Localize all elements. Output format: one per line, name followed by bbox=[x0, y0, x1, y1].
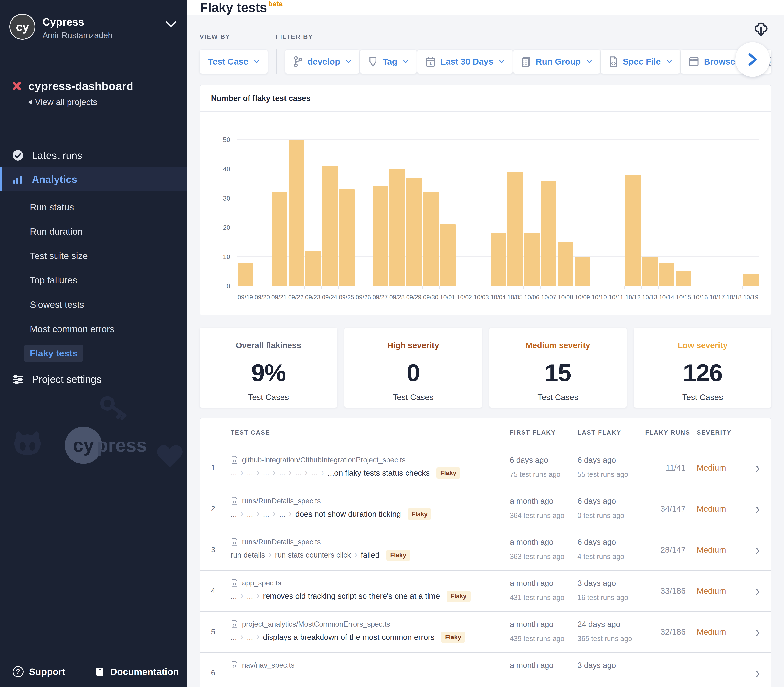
chevron-right-icon[interactable]: › bbox=[741, 546, 760, 554]
chart-bar bbox=[373, 186, 388, 286]
org-user-name: Amir Rustamzadeh bbox=[43, 31, 159, 40]
filter-branch-dropdown[interactable]: develop bbox=[285, 49, 359, 74]
download-icon[interactable] bbox=[754, 22, 768, 37]
first-flaky-time: a month ago bbox=[510, 497, 577, 506]
chevron-right-icon[interactable]: › bbox=[741, 505, 760, 513]
chart-bar bbox=[406, 178, 422, 286]
support-link[interactable]: ? Support bbox=[13, 666, 65, 677]
bar-slot bbox=[540, 140, 557, 286]
table-row[interactable]: 2 runs/RunDetails_spec.ts ...›...›...›..… bbox=[200, 488, 771, 529]
cypress-wordmark-press: press bbox=[97, 434, 147, 456]
view-by-test-case-dropdown[interactable]: Test Case bbox=[200, 49, 268, 74]
subnav-slowest-tests[interactable]: Slowest tests bbox=[30, 292, 187, 317]
y-axis: 01020304050 bbox=[215, 140, 237, 286]
chevron-right-icon[interactable]: › bbox=[741, 587, 760, 595]
chart-bar bbox=[423, 192, 439, 286]
cypress-wordmark: cypress bbox=[65, 427, 147, 464]
bar-slot bbox=[288, 140, 305, 286]
chevron-right-icon: › bbox=[241, 510, 243, 518]
table-header: TEST CASE FIRST FLAKY LAST FLAKY FLAKY R… bbox=[200, 418, 771, 447]
sidebar-item-analytics[interactable]: Analytics bbox=[0, 167, 187, 191]
chevron-down-icon[interactable] bbox=[166, 21, 176, 28]
subnav-flaky-tests[interactable]: Flaky tests bbox=[30, 341, 187, 365]
bar-slot bbox=[675, 140, 692, 286]
subnav-run-duration[interactable]: Run duration bbox=[30, 219, 187, 243]
file-code-icon bbox=[231, 579, 238, 587]
bar-slot bbox=[473, 140, 490, 286]
x-tick-label: 10/16 bbox=[693, 294, 708, 301]
test-title: ...on flaky tests status checks bbox=[328, 468, 430, 477]
run-group-icon bbox=[522, 56, 531, 67]
row-number: 2 bbox=[211, 505, 231, 513]
breadcrumb-segment: ... bbox=[312, 469, 318, 477]
x-tick-label: 09/29 bbox=[406, 294, 422, 301]
last-flaky-time: 6 days ago bbox=[577, 538, 645, 547]
chevron-right-icon: › bbox=[241, 633, 243, 641]
chart-bar bbox=[625, 175, 641, 286]
flaky-runs-count: 34/147 bbox=[645, 504, 697, 514]
sidebar-item-project-settings[interactable]: Project settings bbox=[0, 367, 187, 391]
table-row[interactable]: 1 github-integration/GithubIntegrationPr… bbox=[200, 447, 771, 488]
sidebar-nav: Latest runs Analytics Run status Run dur… bbox=[0, 143, 187, 391]
scroll-filters-right-button[interactable] bbox=[735, 42, 770, 77]
chevron-right-icon: › bbox=[305, 469, 308, 477]
chart-bar bbox=[676, 271, 691, 286]
chevron-right-icon: › bbox=[257, 592, 259, 600]
chevron-right-icon[interactable]: › bbox=[741, 669, 760, 677]
chevron-right-icon: › bbox=[289, 510, 292, 518]
test-breadcrumb: run details›run stats counters click›fai… bbox=[231, 549, 510, 561]
y-tick-label: 30 bbox=[223, 194, 230, 202]
filter-tag-dropdown[interactable]: Tag bbox=[360, 49, 417, 74]
last-flaky-runs-ago: 0 test runs ago bbox=[577, 511, 645, 520]
chevron-right-icon: › bbox=[257, 633, 259, 641]
view-all-projects-link[interactable]: View all projects bbox=[28, 97, 176, 107]
chart-bar bbox=[642, 257, 658, 286]
subnav-most-common-errors[interactable]: Most common errors bbox=[30, 317, 187, 341]
severity-badge: Medium bbox=[697, 504, 741, 514]
stat-label: Low severity bbox=[634, 341, 771, 350]
documentation-link[interactable]: Documentation bbox=[95, 666, 179, 677]
sidebar-watermark: cypress bbox=[0, 391, 187, 656]
breadcrumb-segment: ... bbox=[247, 469, 253, 477]
x-tick-label: 10/18 bbox=[726, 294, 741, 301]
filter-date-range-dropdown[interactable]: 1 Last 30 Days bbox=[417, 49, 513, 74]
chevron-down-icon bbox=[587, 60, 592, 63]
first-flaky-runs-ago: 431 test runs ago bbox=[510, 593, 577, 602]
file-code-icon bbox=[231, 538, 238, 546]
first-flaky-time: a month ago bbox=[510, 620, 577, 629]
chart-title: Number of flaky test cases bbox=[200, 85, 771, 112]
bar-slot bbox=[490, 140, 507, 286]
org-switcher[interactable]: cy Cypress Amir Rustamzadeh bbox=[0, 0, 187, 63]
x-tick-label: 10/03 bbox=[474, 294, 489, 301]
subnav-run-status[interactable]: Run status bbox=[30, 195, 187, 219]
main-area: Flaky testsbeta VIEW BY FILTER BY Test C… bbox=[187, 0, 784, 687]
chart-bar bbox=[558, 242, 573, 286]
table-row[interactable]: 3 runs/RunDetails_spec.ts run details›ru… bbox=[200, 529, 771, 570]
flaky-badge: Flaky bbox=[441, 632, 465, 643]
subnav-top-failures[interactable]: Top failures bbox=[30, 268, 187, 292]
stat-unit: Test Cases bbox=[344, 393, 482, 402]
bar-slot bbox=[372, 140, 389, 286]
last-flaky-runs-ago: 4 test runs ago bbox=[577, 552, 645, 561]
table-row[interactable]: 4 app_spec.ts ...›...›removes old tracki… bbox=[200, 570, 771, 611]
table-row[interactable]: 6 nav/nav_spec.ts a month ago 3 days ago… bbox=[200, 652, 771, 687]
stat-card-medium-severity: Medium severity 15 Test Cases bbox=[489, 328, 627, 408]
x-tick-label: 09/27 bbox=[372, 294, 388, 301]
stat-value: 126 bbox=[634, 359, 771, 387]
bar-slot bbox=[625, 140, 641, 286]
sidebar-item-latest-runs[interactable]: Latest runs bbox=[0, 143, 187, 167]
bar-slot bbox=[557, 140, 574, 286]
table-row[interactable]: 5 project_analytics/MostCommonErrors_spe… bbox=[200, 611, 771, 652]
severity-badge: Medium bbox=[697, 627, 741, 637]
subnav-test-suite-size[interactable]: Test suite size bbox=[30, 243, 187, 268]
chevron-right-icon[interactable]: › bbox=[741, 463, 760, 472]
project-name: cypress-dashboard bbox=[28, 79, 133, 92]
chevron-right-icon[interactable]: › bbox=[741, 628, 760, 636]
spec-file-path: project_analytics/MostCommonErrors_spec.… bbox=[231, 620, 510, 628]
dropdown-label: Test Case bbox=[208, 57, 248, 67]
filter-run-group-dropdown[interactable]: Run Group bbox=[513, 49, 600, 74]
chevron-right-icon: › bbox=[257, 469, 259, 477]
breadcrumb-segment: ... bbox=[247, 510, 253, 518]
filter-spec-file-dropdown[interactable]: Spec File bbox=[601, 49, 680, 74]
file-code-icon bbox=[231, 620, 238, 628]
